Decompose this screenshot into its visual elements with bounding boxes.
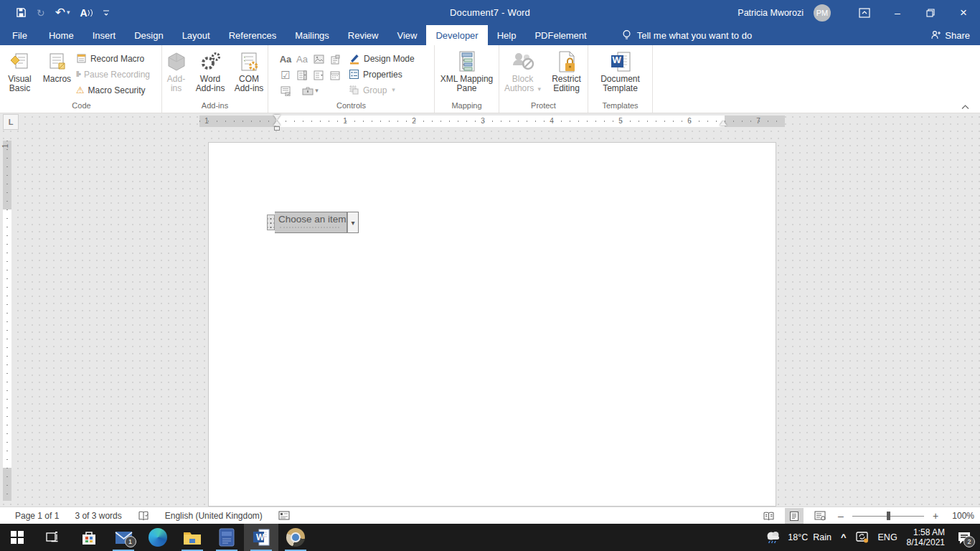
restrict-editing-button[interactable]: Restrict Editing: [547, 47, 587, 95]
legacy-tools-button[interactable]: ▾: [294, 83, 326, 98]
tab-pdfelement[interactable]: PDFelement: [525, 25, 595, 45]
picture-control-button[interactable]: [311, 52, 326, 67]
print-layout-button[interactable]: [785, 508, 804, 524]
action-center-button[interactable]: 2: [957, 531, 971, 545]
chrome-button[interactable]: [278, 524, 313, 551]
legacy-tools-icon: [302, 86, 314, 95]
web-layout-button[interactable]: [811, 508, 829, 524]
horizontal-ruler[interactable]: 1 1 2 3 4 5 6 7: [199, 116, 785, 127]
input-language-button[interactable]: ENG: [878, 532, 897, 542]
dropdown-content-control[interactable]: Choose an item. ▾: [267, 212, 359, 233]
restore-button[interactable]: [914, 0, 947, 25]
tab-file[interactable]: File: [0, 25, 39, 45]
com-add-ins-button[interactable]: COM Add-ins: [230, 47, 268, 95]
content-control-drag-handle[interactable]: [267, 215, 275, 230]
xml-mapping-pane-button[interactable]: XML Mapping Pane: [435, 47, 499, 95]
tab-layout[interactable]: Layout: [173, 25, 220, 45]
plain-text-control-button[interactable]: Aa: [294, 52, 310, 67]
tab-developer[interactable]: Developer: [426, 25, 487, 45]
tab-review[interactable]: Review: [339, 25, 388, 45]
zoom-out-button[interactable]: –: [837, 510, 845, 522]
zoom-level[interactable]: 100%: [947, 511, 974, 521]
zoom-in-button[interactable]: +: [931, 510, 940, 522]
document-template-label: Document Template: [594, 75, 647, 93]
content-control-body[interactable]: Choose an item.: [275, 212, 347, 233]
task-view-button[interactable]: [34, 524, 69, 551]
edge-button[interactable]: [141, 524, 175, 551]
collapse-ribbon-button[interactable]: [958, 102, 971, 112]
tab-design[interactable]: Design: [125, 25, 172, 45]
app-icon-lms[interactable]: [209, 524, 244, 551]
combo-box-control-button[interactable]: [294, 67, 310, 83]
macro-recording-button[interactable]: [270, 511, 298, 520]
tray-overflow-button[interactable]: ^: [841, 532, 847, 542]
dropdown-list-control-button[interactable]: [311, 67, 326, 83]
group-label-code: Code: [1, 101, 161, 113]
macros-button[interactable]: Macros: [39, 47, 75, 85]
file-explorer-icon: [183, 530, 202, 545]
avatar[interactable]: PM: [814, 4, 831, 22]
properties-button[interactable]: Properties: [349, 67, 425, 82]
macro-security-button[interactable]: ⚠ Macro Security: [76, 83, 161, 98]
tell-me-box[interactable]: Tell me what you want to do: [615, 25, 759, 45]
tab-home[interactable]: Home: [39, 25, 83, 45]
content-control-dropdown-button[interactable]: ▾: [347, 212, 359, 233]
language-indicator[interactable]: English (United Kingdom): [157, 511, 270, 521]
close-button[interactable]: ×: [947, 0, 980, 25]
right-indent-marker[interactable]: [720, 121, 727, 126]
signed-in-user[interactable]: Patricia Mworozi: [738, 8, 804, 18]
left-indent-marker[interactable]: [274, 126, 280, 131]
zoom-slider[interactable]: [852, 508, 924, 524]
record-macro-button[interactable]: Record Macro: [76, 51, 161, 66]
mail-button[interactable]: 1: [106, 524, 141, 551]
repeating-section-control-button[interactable]: [278, 83, 293, 98]
picture-control-icon: [314, 55, 324, 64]
document-template-button[interactable]: W Document Template: [592, 47, 649, 95]
weather-temp: 18°C: [788, 532, 808, 542]
microsoft-store-button[interactable]: [72, 524, 106, 551]
date-picker-control-button[interactable]: [327, 67, 343, 83]
document-template-icon: W: [609, 49, 632, 75]
tab-view[interactable]: View: [387, 25, 426, 45]
ribbon-display-options-button[interactable]: [848, 0, 881, 25]
properties-icon: [349, 69, 359, 80]
read-mode-button[interactable]: [759, 508, 778, 524]
weather-widget[interactable]: 18°C Rain: [764, 529, 831, 545]
ruler-ticks: [199, 121, 785, 122]
ruler-mark: 3: [481, 116, 485, 126]
group-label-addins: Add-ins: [162, 101, 268, 113]
minimize-button[interactable]: –: [881, 0, 914, 25]
share-button[interactable]: Share: [930, 25, 970, 45]
clock[interactable]: 1:58 AM 8/14/2021: [907, 527, 945, 547]
building-block-gallery-control-button[interactable]: [327, 52, 343, 67]
zoom-slider-thumb[interactable]: [887, 512, 890, 520]
read-mode-icon: [763, 512, 775, 521]
com-add-ins-icon: [238, 49, 260, 75]
tab-help[interactable]: Help: [488, 25, 526, 45]
visual-basic-button[interactable]: Visual Basic: [1, 47, 38, 95]
macros-label: Macros: [43, 75, 71, 84]
word-count[interactable]: 3 of 3 words: [67, 511, 129, 521]
tray-sync-icon[interactable]: [856, 532, 869, 543]
word-taskbar-button[interactable]: W: [244, 524, 278, 551]
first-line-indent-marker[interactable]: [273, 115, 281, 120]
design-mode-button[interactable]: Design Mode: [349, 51, 425, 66]
mail-badge: 1: [125, 536, 136, 547]
file-explorer-button[interactable]: [175, 524, 209, 551]
rich-text-control-button[interactable]: Aa: [278, 52, 293, 67]
word-add-ins-button[interactable]: Word Add-ins: [192, 47, 229, 95]
tab-stop-selector[interactable]: L: [3, 114, 19, 130]
vertical-ruler[interactable]: 1: [3, 141, 11, 501]
date-picker-icon: [330, 70, 340, 80]
start-button[interactable]: [0, 524, 34, 551]
web-layout-icon: [814, 511, 826, 521]
pause-recording-label: Pause Recording: [84, 70, 150, 80]
document-page[interactable]: [208, 142, 776, 507]
tab-mailings[interactable]: Mailings: [286, 25, 339, 45]
tab-insert[interactable]: Insert: [83, 25, 126, 45]
proofing-status-button[interactable]: [130, 511, 157, 521]
page-indicator[interactable]: Page 1 of 1: [7, 511, 67, 521]
tab-references[interactable]: References: [220, 25, 286, 45]
checkbox-control-button[interactable]: ☑: [278, 67, 293, 83]
hanging-indent-marker[interactable]: [273, 121, 281, 126]
